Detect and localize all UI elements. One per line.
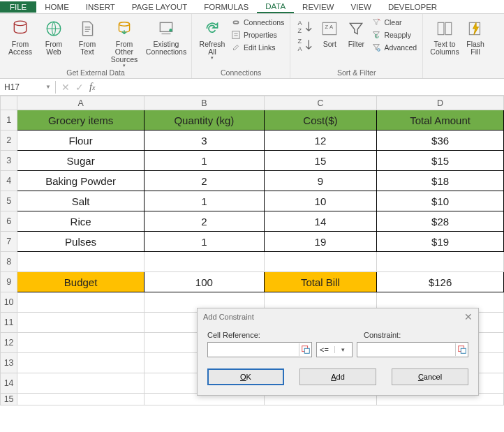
tab-page-layout[interactable]: PAGE LAYOUT (124, 1, 195, 13)
cell[interactable]: 1 (144, 191, 264, 211)
tab-data[interactable]: DATA (257, 1, 294, 13)
tab-developer[interactable]: DEVELOPER (380, 1, 445, 13)
fx-icon[interactable]: fx (89, 82, 95, 93)
tab-home[interactable]: HOME (36, 1, 77, 13)
cell[interactable]: 1 (144, 232, 264, 252)
sort-az-button[interactable]: AZZA (295, 17, 316, 56)
cell[interactable]: $126 (377, 272, 504, 292)
col-header-c[interactable]: C (264, 96, 377, 110)
range-picker-icon[interactable] (299, 343, 311, 356)
name-box[interactable]: H17▼ (0, 81, 56, 94)
properties-button[interactable]: Properties (230, 29, 286, 40)
row-header-6[interactable]: 6 (1, 211, 17, 232)
cell[interactable]: 1 (144, 151, 264, 171)
row-header-4[interactable]: 4 (1, 171, 17, 191)
advanced-button[interactable]: Advanced (370, 42, 418, 53)
cell[interactable] (264, 252, 377, 272)
clear-button[interactable]: Clear (370, 17, 418, 28)
connections-button[interactable]: Connections (230, 17, 286, 28)
cell[interactable]: Grocery items (17, 110, 144, 131)
cell[interactable] (377, 252, 504, 272)
tab-review[interactable]: REVIEW (294, 1, 342, 13)
formula-input[interactable] (101, 86, 504, 89)
cell[interactable]: Rice (17, 211, 144, 232)
col-header-a[interactable]: A (17, 96, 144, 110)
from-web-button[interactable]: From Web (38, 17, 70, 57)
cell[interactable]: 100 (144, 272, 264, 292)
range-picker-icon[interactable] (455, 343, 468, 356)
col-header-d[interactable]: D (377, 96, 504, 110)
flash-fill-button[interactable]: Flash Fill (464, 17, 487, 57)
refresh-all-button[interactable]: Refresh All▾ (196, 17, 228, 62)
cell[interactable]: Flour (17, 131, 144, 151)
text-to-columns-button[interactable]: Text to Columns (427, 17, 462, 57)
row-header-5[interactable]: 5 (1, 191, 17, 211)
tab-file[interactable]: FILE (0, 1, 36, 13)
cell[interactable]: 3 (144, 131, 264, 151)
select-all-corner[interactable] (1, 96, 17, 110)
reapply-button[interactable]: Reapply (370, 29, 418, 40)
cell[interactable]: 14 (264, 211, 377, 232)
existing-connections-button[interactable]: Existing Connections (145, 17, 187, 57)
cell-reference-input[interactable] (208, 344, 299, 355)
cancel-icon[interactable]: ✕ (61, 82, 70, 93)
tab-formulas[interactable]: FORMULAS (195, 1, 257, 13)
operator-select[interactable]: <=▾ (316, 342, 353, 357)
row-header-15[interactable]: 15 (1, 394, 17, 405)
cell[interactable]: Sugar (17, 151, 144, 171)
cell[interactable]: 19 (264, 232, 377, 252)
cell[interactable]: 10 (264, 191, 377, 211)
enter-icon[interactable]: ✓ (75, 82, 84, 93)
ok-button[interactable]: OK (207, 368, 284, 385)
add-button[interactable]: Add (299, 368, 376, 385)
cell[interactable] (17, 292, 144, 313)
row-header-2[interactable]: 2 (1, 131, 17, 151)
cell[interactable]: 2 (144, 211, 264, 232)
tab-view[interactable]: VIEW (342, 1, 379, 13)
cell[interactable]: 9 (264, 171, 377, 191)
row-header-10[interactable]: 10 (1, 292, 17, 313)
cell[interactable] (17, 353, 144, 373)
from-text-button[interactable]: From Text (71, 17, 103, 57)
row-header-8[interactable]: 8 (1, 252, 17, 272)
cell[interactable]: $36 (377, 131, 504, 151)
cell[interactable] (17, 252, 144, 272)
cell[interactable]: $15 (377, 151, 504, 171)
cell[interactable]: $18 (377, 171, 504, 191)
row-header-12[interactable]: 12 (1, 333, 17, 353)
row-header-9[interactable]: 9 (1, 272, 17, 292)
tab-insert[interactable]: INSERT (77, 1, 124, 13)
cell[interactable]: 12 (264, 131, 377, 151)
sort-button[interactable]: ZASort (317, 17, 342, 50)
cell[interactable]: 2 (144, 171, 264, 191)
row-header-3[interactable]: 3 (1, 151, 17, 171)
cell[interactable]: Salt (17, 191, 144, 211)
row-header-14[interactable]: 14 (1, 373, 17, 394)
edit-links-button[interactable]: Edit Links (230, 42, 286, 53)
cell[interactable] (17, 333, 144, 353)
cell[interactable]: 15 (264, 151, 377, 171)
cell[interactable]: Cost($) (264, 110, 377, 131)
row-header-13[interactable]: 13 (1, 353, 17, 373)
row-header-1[interactable]: 1 (1, 110, 17, 131)
cell[interactable] (17, 394, 144, 405)
cell[interactable] (144, 252, 264, 272)
cell[interactable]: $28 (377, 211, 504, 232)
constraint-input[interactable] (357, 344, 455, 355)
cell[interactable] (17, 373, 144, 394)
cell[interactable]: $10 (377, 191, 504, 211)
row-header-11[interactable]: 11 (1, 313, 17, 333)
from-other-sources-button[interactable]: From Other Sources▾ (105, 17, 144, 70)
cell[interactable]: Pulses (17, 232, 144, 252)
cell[interactable]: Baking Powder (17, 171, 144, 191)
cell[interactable]: Total Bill (264, 272, 377, 292)
col-header-b[interactable]: B (144, 96, 264, 110)
close-icon[interactable]: ✕ (464, 311, 473, 322)
cell[interactable]: Quantity (kg) (144, 110, 264, 131)
cancel-button[interactable]: Cancel (392, 368, 468, 385)
cell[interactable]: Budget (17, 272, 144, 292)
cell[interactable]: Total Amount (377, 110, 504, 131)
cell[interactable] (17, 313, 144, 333)
row-header-7[interactable]: 7 (1, 232, 17, 252)
filter-button[interactable]: Filter (343, 17, 369, 50)
